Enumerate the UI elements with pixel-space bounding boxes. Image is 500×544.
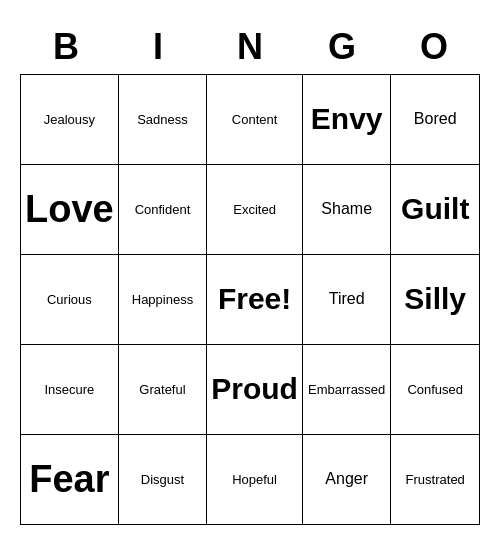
cell-r1-c4: Guilt: [391, 165, 480, 255]
cell-r3-c1: Grateful: [119, 345, 208, 435]
bingo-header: BINGO: [20, 20, 480, 74]
cell-r3-c4: Confused: [391, 345, 480, 435]
cell-r4-c3: Anger: [303, 435, 392, 525]
cell-r4-c1: Disgust: [119, 435, 208, 525]
cell-r1-c2: Excited: [207, 165, 303, 255]
cell-r4-c4: Frustrated: [391, 435, 480, 525]
cell-r0-c4: Bored: [391, 75, 480, 165]
header-letter: N: [204, 20, 296, 74]
cell-r0-c2: Content: [207, 75, 303, 165]
cell-r2-c2: Free!: [207, 255, 303, 345]
cell-r1-c1: Confident: [119, 165, 208, 255]
header-letter: G: [296, 20, 388, 74]
cell-r0-c1: Sadness: [119, 75, 208, 165]
cell-r2-c3: Tired: [303, 255, 392, 345]
cell-r1-c0: Love: [21, 165, 119, 255]
cell-r2-c1: Happiness: [119, 255, 208, 345]
header-letter: B: [20, 20, 112, 74]
cell-r0-c3: Envy: [303, 75, 392, 165]
cell-r1-c3: Shame: [303, 165, 392, 255]
cell-r3-c2: Proud: [207, 345, 303, 435]
bingo-card: BINGO JealousySadnessContentEnvyBoredLov…: [20, 20, 480, 525]
cell-r3-c0: Insecure: [21, 345, 119, 435]
cell-r2-c4: Silly: [391, 255, 480, 345]
header-letter: I: [112, 20, 204, 74]
cell-r4-c2: Hopeful: [207, 435, 303, 525]
cell-r4-c0: Fear: [21, 435, 119, 525]
cell-r3-c3: Embarrassed: [303, 345, 392, 435]
header-letter: O: [388, 20, 480, 74]
cell-r0-c0: Jealousy: [21, 75, 119, 165]
bingo-grid: JealousySadnessContentEnvyBoredLoveConfi…: [20, 74, 480, 525]
cell-r2-c0: Curious: [21, 255, 119, 345]
